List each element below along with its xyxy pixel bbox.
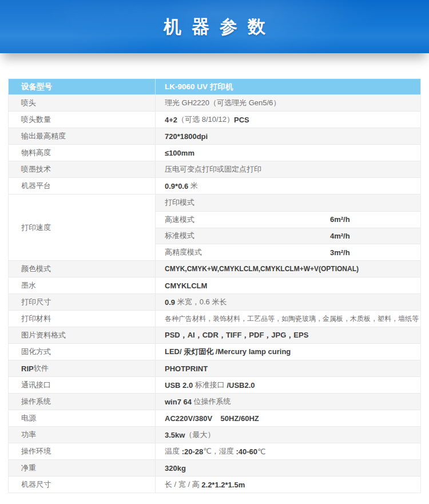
plain-text: 功率 [21, 430, 36, 440]
spec-table: 设备型号 LK-9060 UV 打印机 喷头理光 GH2220（可选理光 Gen… [8, 78, 421, 493]
plain-text: 理光 GH2220（可选理光 Gen5/6） [165, 98, 280, 108]
table-row: 操作环境温度 :20-28℃，湿度 :40-60℃ [9, 443, 420, 459]
plain-text: 打印材料 [21, 313, 51, 324]
page-title: 机器参数 [0, 0, 429, 53]
row-label: 物料高度 [9, 145, 155, 161]
bold-text: :20-28 [182, 447, 204, 456]
bold-text: win7 64 [165, 398, 192, 406]
bold-text: PCS [234, 116, 249, 124]
bold-text: USB 2.0 [165, 381, 193, 390]
table-row: 打印尺寸0.9 米宽，0.6 米长 [9, 293, 420, 310]
table-row: 机器尺寸长 / 宽 / 高 2.2*1.2*1.5m [9, 476, 420, 493]
plain-text: 压电可变点打印或固定点打印 [165, 164, 261, 174]
plain-text: 标准接口 [193, 380, 227, 390]
plain-text: 通讯接口 [21, 380, 51, 390]
plain-text: 米宽，0.6 米长 [175, 297, 227, 307]
row-value: 长 / 宽 / 高 2.2*1.2*1.5m [155, 477, 420, 493]
row-value: 3.5kw（最大） [155, 427, 420, 443]
row-value: CMYKLCLM [155, 277, 420, 293]
bold-text: 2.2*1.2*1.5m [201, 481, 245, 489]
plain-text: （可选 8/10/12） [177, 114, 234, 125]
row-label: 颜色模式 [9, 261, 155, 277]
row-label: 通讯接口 [9, 377, 155, 393]
table-row: 打印材料各种广告材料，装饰材料，工艺品等，如陶瓷玻璃，金属板，木质板，塑料，墙纸… [9, 310, 420, 327]
plain-text: 颜色模式 [21, 264, 51, 274]
table-row: 电源AC220V/380V 50HZ/60HZ [9, 410, 420, 426]
row-value: PSD，AI，CDR，TIFF，PDF，JPG，EPS [155, 327, 420, 343]
speed-subrow: 标准模式4m²/h [156, 228, 420, 244]
row-value: AC220V/380V 50HZ/60HZ [155, 410, 420, 426]
bold-text: AC220V/380V 50HZ/60HZ [165, 414, 259, 423]
row-label: 打印尺寸 [9, 294, 155, 310]
bold-text: RIP [21, 364, 34, 373]
plain-text: 各种广告材料，装饰材料，工艺品等，如陶瓷玻璃，金属板，木质板，塑料，墙纸等 [165, 314, 419, 324]
plain-text: 温度 [165, 446, 182, 457]
title-banner: 机器参数 [0, 0, 429, 53]
table-row: 喷墨技术压电可变点打印或固定点打印 [9, 161, 420, 177]
bold-text: CMYK,CMYK+W,CMYKLCLM,CMYKLCLM+W+V(OPTION… [165, 265, 359, 273]
row-label: 机器尺寸 [9, 477, 155, 493]
bold-text: 720*1800dpi [165, 132, 208, 141]
row-value: 理光 GH2220（可选理光 Gen5/6） [155, 95, 420, 111]
table-row: 墨水CMYKLCLM [9, 277, 420, 293]
row-label: 机器平台 [9, 178, 155, 194]
row-label: 墨水 [9, 277, 155, 293]
table-row: 颜色模式CMYK,CMYK+W,CMYKLCLM,CMYKLCLM+W+V(OP… [9, 260, 420, 277]
row-label: 操作系统 [9, 394, 155, 410]
row-label: 打印速度 [9, 195, 155, 260]
plain-text: （最大） [185, 430, 214, 440]
speed-value: 6m²/h [330, 215, 420, 224]
speed-mode-label: 标准模式 [165, 231, 330, 241]
row-value: 4+2（可选 8/10/12）PCS [155, 112, 420, 128]
bold-text: 0.9*0.6 [165, 182, 188, 191]
table-row: 操作系统win7 64 位操作系统 [9, 393, 420, 410]
row-value: CMYK,CMYK+W,CMYKLCLM,CMYKLCLM+W+V(OPTION… [155, 261, 420, 277]
row-label: 图片资料格式 [9, 327, 155, 343]
speed-subrow: 高精度模式3m²/h [156, 244, 420, 260]
bold-text: PSD，AI，CDR，TIFF，PDF，JPG，EPS [165, 330, 308, 340]
table-row: 喷头数量4+2（可选 8/10/12）PCS [9, 111, 420, 128]
plain-text: 喷墨技术 [21, 164, 51, 174]
row-label: 输出最高精度 [9, 128, 155, 144]
row-value: 320kg [155, 460, 420, 476]
table-row: 图片资料格式PSD，AI，CDR，TIFF，PDF，JPG，EPS [9, 327, 420, 343]
bold-text: /USB2.0 [227, 381, 255, 390]
row-value: 720*1800dpi [155, 128, 420, 144]
bold-text: 4+2 [165, 116, 177, 124]
speed-subrow: 打印模式 [156, 195, 420, 211]
row-value: 压电可变点打印或固定点打印 [155, 161, 420, 177]
bold-text: 3.5kw [165, 431, 185, 439]
bold-text: :40-60 [236, 447, 257, 456]
row-label: 功率 [9, 427, 155, 443]
row-value: 温度 :20-28℃，湿度 :40-60℃ [155, 443, 420, 459]
row-value: USB 2.0 标准接口 /USB2.0 [155, 377, 420, 393]
row-label: 操作环境 [9, 443, 155, 459]
plain-text: 打印速度 [21, 223, 51, 233]
bold-text: PHOTPRINT [165, 364, 208, 373]
plain-text: 机器平台 [21, 181, 51, 191]
table-row: 固化方式LED/ 汞灯固化 /Mercury lamp curing [9, 343, 420, 360]
speed-mode-label: 打印模式 [165, 197, 330, 208]
table-row-group: 打印速度打印模式高速模式6m²/h标准模式4m²/h高精度模式3m²/h [9, 194, 420, 260]
speed-mode-label: 高速模式 [165, 215, 330, 225]
row-label: 喷墨技术 [9, 161, 155, 177]
row-label: 喷头 [9, 95, 155, 111]
row-value: LED/ 汞灯固化 /Mercury lamp curing [155, 344, 420, 360]
row-value: 各种广告材料，装饰材料，工艺品等，如陶瓷玻璃，金属板，木质板，塑料，墙纸等 [155, 311, 420, 327]
bold-text: 0.9 [165, 298, 175, 307]
row-value: 0.9*0.6 米 [155, 178, 420, 194]
table-row: 净重320kg [9, 459, 420, 476]
plain-text: 长 / 宽 / 高 [165, 479, 201, 490]
plain-text: 米 [188, 181, 198, 191]
plain-text: ℃，湿度 [203, 446, 236, 457]
bold-text: 320kg [165, 464, 186, 473]
plain-text: 物料高度 [21, 148, 51, 158]
plain-text: 操作系统 [21, 396, 51, 407]
plain-text: 操作环境 [21, 446, 51, 457]
header-value: LK-9060 UV 打印机 [155, 79, 420, 94]
table-row: 物料高度≤100mm [9, 144, 420, 161]
plain-text: 电源 [21, 413, 36, 423]
plain-text: 打印尺寸 [21, 297, 51, 307]
row-value: ≤100mm [155, 145, 420, 161]
row-label: 电源 [9, 410, 155, 426]
